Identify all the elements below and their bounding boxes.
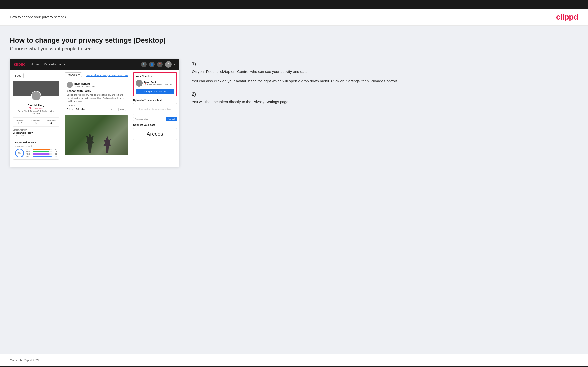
latest-activity-label: Latest Activity — [13, 129, 59, 131]
player-performance-card: Player Performance Total Player Quality … — [13, 139, 59, 160]
coach-club: 📍 Royal North Devon Golf Club — [144, 83, 174, 86]
followers-label: Followers — [31, 119, 40, 121]
person-icon[interactable]: 👤 — [149, 62, 155, 67]
instructions-panel: 1) On your Feed, click/tap on 'Control w… — [189, 59, 578, 112]
pp-score: 92 — [15, 149, 24, 157]
coach-info: David Ford 📍 Royal North Devon Golf Club — [144, 81, 174, 86]
profile-banner — [13, 81, 59, 96]
pp-quality-label: Total Player Quality ⓘ — [15, 145, 57, 148]
activities-stat: Activities 131 — [16, 119, 24, 125]
control-link[interactable]: Control who can see your activity and da… — [86, 74, 128, 77]
activity-time: 01 hr : 30 min — [67, 108, 85, 111]
coach-item: David Ford 📍 Royal North Devon Golf Club — [136, 80, 174, 87]
page-subheading: Choose what you want people to see — [10, 46, 578, 52]
connect-title: Connect your data — [133, 124, 177, 126]
app-body: Feed Blair McHarg Plus Handicap Royal No… — [10, 70, 179, 167]
main-content: How to change your privacy settings (Des… — [0, 26, 588, 354]
followers-value: 3 — [31, 121, 40, 125]
following-stat: Following 4 — [47, 119, 56, 125]
trackman-input[interactable] — [133, 117, 165, 121]
activity-user: Blair McHarg Yesterday · Sunningdale — [67, 82, 126, 88]
activity-bottom: 01 hr : 30 min OTT APP — [67, 108, 126, 111]
pp-bar-putt: PUTT 96 — [26, 155, 57, 157]
profile-avatar — [31, 91, 41, 101]
activity-duration-label: Duration — [67, 104, 126, 107]
page-title: How to change your privacy settings — [10, 15, 66, 19]
connect-section: Connect your data Arccos — [133, 124, 177, 140]
arccos-label: Arccos — [147, 131, 163, 137]
search-icon[interactable]: 🔍 — [141, 62, 147, 67]
trackman-box: Upload a Trackman Test — [133, 103, 177, 115]
top-bar — [0, 0, 588, 9]
mock-browser: clippd Home My Performance 🔍 👤 📍 B ▾ Fee… — [10, 59, 179, 167]
following-label: Following — [47, 119, 56, 121]
coach-avatar — [136, 80, 143, 87]
coach-club-text: Royal North Devon Golf Club — [147, 83, 173, 86]
activity-user-sub: Yesterday · Sunningdale — [74, 85, 126, 87]
step2-text: You will then be taken directly to the P… — [192, 99, 578, 105]
following-chevron-icon: ▾ — [78, 73, 80, 76]
activity-title: Lesson with Fordy — [67, 89, 126, 92]
add-link-button[interactable]: Add Link — [166, 117, 177, 121]
manage-coaches-button[interactable]: Manage Your Coaches — [136, 89, 174, 94]
trackman-box-label: Upload a Trackman Test — [138, 107, 173, 111]
location-icon[interactable]: 📍 — [157, 62, 163, 67]
activity-avatar — [67, 82, 73, 88]
footer-copyright: Copyright Clippd 2022 — [10, 359, 40, 362]
instruction-step2: 2) You will then be taken directly to th… — [192, 92, 578, 105]
profile-name: Blair McHarg — [13, 104, 59, 107]
content-columns: clippd Home My Performance 🔍 👤 📍 B ▾ Fee… — [10, 59, 578, 167]
activity-user-info: Blair McHarg Yesterday · Sunningdale — [74, 82, 126, 87]
following-value: 4 — [47, 121, 56, 125]
annotation-arrow-right — [127, 74, 131, 76]
golfer-silhouette-2 — [102, 136, 112, 153]
pp-bars: OTT 90 APP 85 ARG — [26, 149, 57, 157]
avatar-dropdown-icon[interactable]: ▾ — [174, 63, 175, 66]
pp-title: Player Performance — [15, 141, 57, 144]
site-header: How to change your privacy settings clip… — [0, 9, 588, 26]
pp-bar-arg: ARG 86 — [26, 153, 57, 155]
location-pin-icon: 📍 — [144, 83, 147, 86]
pp-content: 92 OTT 90 APP 85 — [15, 149, 57, 157]
nav-home[interactable]: Home — [31, 63, 39, 66]
trackman-input-row: Add Link — [133, 117, 177, 121]
step2-number: 2) — [192, 92, 578, 97]
app-nav-icons: 🔍 👤 📍 B ▾ — [141, 61, 175, 68]
arccos-box: Arccos — [133, 128, 177, 140]
logo: clippd — [556, 12, 578, 22]
app-right-panel: Your Coaches David Ford 📍 Royal North De… — [131, 70, 179, 167]
tag-app: APP — [118, 108, 126, 111]
activity-desc: Looking to feel like my hands are exitin… — [67, 93, 126, 103]
arrow-line — [127, 75, 131, 75]
trackman-section: Upload a Trackman Test Upload a Trackman… — [133, 99, 177, 121]
coach-name: David Ford — [144, 81, 174, 83]
app-sidebar: Feed Blair McHarg Plus Handicap Royal No… — [10, 70, 62, 167]
activity-card: Blair McHarg Yesterday · Sunningdale Les… — [65, 80, 128, 113]
coaches-box: Your Coaches David Ford 📍 Royal North De… — [133, 72, 177, 96]
instruction-step1: 1) On your Feed, click/tap on 'Control w… — [192, 61, 578, 84]
latest-activity-date: 03 Aug 2022 — [13, 134, 59, 136]
following-button[interactable]: Following ▾ — [65, 72, 82, 77]
app-logo: clippd — [14, 62, 26, 67]
activity-image — [65, 115, 128, 155]
nav-my-performance[interactable]: My Performance — [44, 63, 65, 66]
step1-number: 1) — [192, 61, 578, 67]
app-feed: Following ▾ Control who can see your act… — [62, 70, 131, 167]
feed-tab[interactable]: Feed — [13, 73, 24, 78]
feed-header: Following ▾ Control who can see your act… — [65, 72, 128, 77]
step1-text: On your Feed, click/tap on 'Control who … — [192, 69, 578, 75]
user-avatar[interactable]: B — [165, 61, 172, 68]
site-footer: Copyright Clippd 2022 — [0, 354, 588, 366]
control-link-wrapper: Control who can see your activity and da… — [86, 73, 128, 77]
activity-user-name: Blair McHarg — [74, 82, 126, 85]
golfer-silhouette-1 — [84, 133, 96, 153]
activity-tags: OTT APP — [110, 108, 126, 111]
profile-stats: Activities 131 Followers 3 Following 4 — [13, 117, 59, 127]
tag-ott: OTT — [110, 108, 117, 111]
profile-handicap: Plus Handicap — [13, 107, 59, 109]
latest-activity-value: Lesson with Fordy — [13, 132, 59, 134]
step1-secondary: You can also click on your avatar in the… — [192, 78, 578, 84]
trackman-title: Upload a Trackman Test — [133, 99, 177, 102]
pp-bar-app: APP 85 — [26, 151, 57, 153]
following-label: Following — [67, 73, 77, 76]
